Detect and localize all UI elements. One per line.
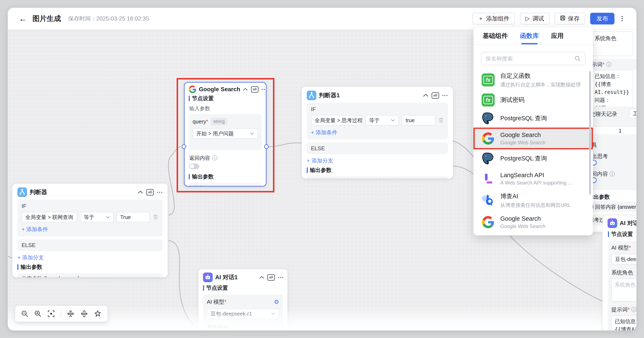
library-tabs: 基础组件 函数库 应用	[474, 27, 593, 45]
edge-to-ai2	[510, 236, 608, 304]
add-branch-link[interactable]: + 添加分支	[18, 254, 168, 261]
tools-button[interactable]: 工具	[629, 109, 636, 118]
zoom-in-icon[interactable]	[34, 310, 42, 318]
run-history-icon[interactable]: all	[432, 92, 439, 99]
fit-view-icon[interactable]	[47, 310, 55, 318]
condition-op-select[interactable]: 等于	[80, 212, 114, 222]
run-history-icon[interactable]: all	[251, 86, 258, 93]
collapse-icon[interactable]	[243, 88, 248, 91]
list-item-google-search[interactable]: Google SearchGoogle Web Search	[474, 128, 593, 149]
list-item-test-password[interactable]: fx 测试密码	[474, 91, 593, 109]
list-item-langsearch[interactable]: LangSearch APIA Web Search API supportin…	[474, 168, 593, 189]
save-time: 保存时间：2025-03-25 16:02:35	[68, 15, 149, 22]
node-more-icon[interactable]	[262, 89, 266, 90]
collapse-icon[interactable]	[423, 94, 428, 97]
else-branch: ELSE	[307, 143, 448, 154]
node-google-search[interactable]: Google Search all 节点设置 输入参数 query* strin…	[184, 82, 266, 186]
prompt-textarea[interactable]: 已知信息： {{博查AI 问题： {{开始	[611, 316, 636, 331]
node-more-icon[interactable]	[278, 277, 283, 278]
edge-judge1-if-right	[453, 141, 475, 158]
return-content-label: 返回内容ⓘ	[189, 155, 266, 162]
plus-icon: ＋	[478, 16, 484, 21]
save-button[interactable]: 保存	[554, 13, 585, 24]
node-ai-chat2[interactable]: AI 对话2 节点设置 AI 模型* 豆包-deep 系统角色 系统角色 提示词…	[602, 215, 636, 331]
publish-button[interactable]: 发布	[590, 13, 614, 24]
list-item-bocha-ai[interactable]: 博查AI从博查搜索任何信息和网页URL	[474, 189, 593, 211]
node-settings-label: 节点设置	[203, 284, 288, 292]
condition-left-select[interactable]: 全局变量 > 思考过程	[311, 115, 362, 126]
list-item-postgresql[interactable]: PostgreSQL 查询	[474, 149, 593, 168]
prompt-textarea[interactable]: 已知信息： {{博查AI.result}} 问题： {{开始.question}…	[590, 70, 633, 107]
else-branch: ELSE	[18, 239, 162, 251]
beautify-icon[interactable]	[94, 310, 102, 318]
node-judge[interactable]: 判断器 all IF 全局变量 > 联网查询 等于	[12, 184, 168, 277]
collapse-icon[interactable]	[138, 191, 143, 194]
search-input[interactable]	[486, 55, 572, 62]
branch-node-icon	[307, 91, 316, 100]
system-role-textarea[interactable]: 系统角色	[611, 278, 636, 301]
search-icon	[574, 55, 581, 62]
info-icon: ⓘ	[212, 156, 218, 161]
align-expand-icon[interactable]	[80, 310, 88, 318]
list-item-postgresql[interactable]: PostgreSQL 查询	[474, 109, 593, 128]
system-role-textarea[interactable]: 系统角色	[590, 31, 633, 56]
edge-judge-else-to-ai1	[169, 241, 198, 328]
param-value-select[interactable]: 开始 > 用户问题	[192, 128, 258, 139]
edge-judge1-else-right	[453, 166, 474, 174]
add-condition-link[interactable]: + 添加条件	[311, 129, 444, 136]
more-menu-icon[interactable]	[620, 16, 625, 21]
play-icon: ▷	[526, 16, 530, 21]
node-judge1[interactable]: 判断器1 all IF 全局变量 > 思考过程 等于	[302, 87, 453, 178]
result-output: 结果 {result}	[189, 183, 262, 186]
run-history-icon[interactable]: all	[146, 189, 154, 195]
library-scrollbar[interactable]	[589, 71, 591, 194]
run-history-icon[interactable]: all	[267, 274, 275, 281]
system-role-label: 系统角色	[207, 324, 279, 331]
gear-icon[interactable]: ⚙	[274, 299, 279, 305]
edge-judge-if-to-google	[168, 147, 180, 215]
info-icon: ⓘ	[606, 61, 611, 67]
component-library-panel: 基础组件 函数库 应用 fx 自定义函数通过执行自定义脚本，实现数据处理 fx …	[474, 27, 593, 235]
input-port[interactable]	[182, 144, 186, 149]
tab-applications[interactable]: 应用	[551, 27, 564, 44]
model-select[interactable]: 豆包-deep	[611, 254, 636, 264]
back-icon[interactable]: ←	[19, 14, 27, 23]
fx-icon: fx	[482, 73, 495, 87]
condition-value-input[interactable]	[402, 115, 435, 126]
tab-function-library[interactable]: 函数库	[520, 27, 539, 44]
condition-op-select[interactable]: 等于	[365, 115, 399, 126]
add-branch-link[interactable]: + 添加分支	[307, 157, 453, 165]
list-item-custom-function[interactable]: fx 自定义函数通过执行自定义脚本，实现数据处理	[474, 69, 593, 91]
debug-button[interactable]: ▷ 调试	[520, 13, 550, 24]
node-more-icon[interactable]	[442, 95, 448, 96]
postgresql-icon	[482, 112, 495, 125]
ai-chat-node-icon	[608, 218, 617, 228]
edge-left-into-judge	[8, 256, 12, 258]
trash-icon[interactable]	[153, 214, 158, 220]
collapse-icon[interactable]	[259, 276, 264, 279]
output-port[interactable]	[264, 144, 269, 149]
node-ai-chat1[interactable]: AI 对话1 all 节点设置 AI 模型* ⚙ 豆包-dee	[198, 269, 288, 331]
tab-basic-components[interactable]: 基础组件	[483, 27, 508, 44]
trash-icon[interactable]	[438, 117, 444, 123]
node-more-icon[interactable]	[157, 192, 162, 193]
library-search	[481, 52, 585, 65]
list-item-google-search[interactable]: Google SearchGoogle Web Search	[474, 211, 593, 233]
model-select[interactable]: 豆包-deepseek-r1	[207, 309, 279, 319]
ai-chat-node-icon	[203, 273, 213, 282]
model-label: AI 模型*	[207, 298, 226, 306]
return-content-toggle[interactable]	[189, 164, 199, 169]
condition-left-select[interactable]: 全局变量 > 联网查询	[22, 212, 77, 222]
condition-value-input[interactable]	[116, 212, 150, 222]
if-label: IF	[22, 203, 158, 209]
align-compress-icon[interactable]	[66, 310, 74, 318]
branch-node-icon	[18, 187, 27, 197]
add-component-button[interactable]: ＋ 添加组件	[472, 13, 515, 24]
zoom-out-icon[interactable]	[21, 310, 28, 318]
canvas-toolbar	[15, 306, 108, 322]
node-settings-label: 节点设置	[189, 95, 266, 102]
save-icon	[560, 15, 566, 22]
app-window: ← 图片生成 保存时间：2025-03-25 16:02:35 ＋ 添加组件 ▷…	[8, 8, 636, 331]
branch-name-output: 分支名称 {branch_name}	[18, 273, 162, 277]
add-condition-link[interactable]: + 添加条件	[22, 226, 158, 233]
